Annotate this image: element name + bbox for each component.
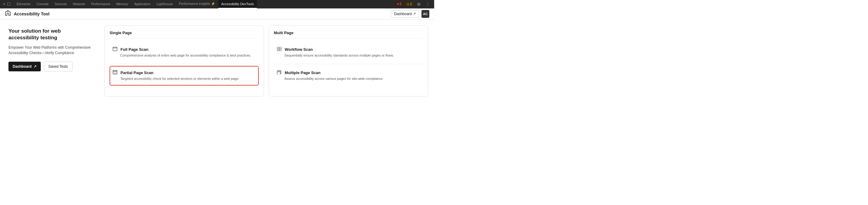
avatar[interactable]: AC — [422, 10, 429, 18]
settings-icon[interactable]: ⚙ — [416, 1, 422, 7]
tab-performance[interactable]: Performance — [88, 0, 113, 8]
full-page-scan-title: Full Page Scan — [121, 47, 148, 52]
svg-rect-9 — [114, 72, 116, 74]
partial-page-scan-desc: Targeted accessibility check for selecte… — [120, 77, 256, 81]
single-page-column: Single Page Full Page Scan Comprehensive — [104, 25, 264, 97]
multiple-page-scan-header: Multiple Page Scan — [277, 70, 420, 75]
tab-elements[interactable]: Elements — [13, 0, 33, 8]
tab-memory[interactable]: Memory — [113, 0, 131, 8]
tab-network[interactable]: Network — [70, 0, 88, 8]
multiple-page-scan-desc: Assess accessibility across various page… — [284, 77, 420, 81]
partial-page-scan-icon — [113, 70, 118, 75]
card-divider-2 — [274, 64, 423, 64]
partial-page-scan-card[interactable]: Partial Page Scan Targeted accessibility… — [110, 66, 259, 85]
tab-application[interactable]: Application — [131, 0, 154, 8]
error-badge[interactable]: ✕ 5 — [395, 2, 403, 6]
partial-page-scan-header: Partial Page Scan — [113, 70, 256, 75]
full-page-scan-header: Full Page Scan — [113, 47, 256, 52]
multi-page-column: Multi Page Workflow Scan Sequentially en… — [269, 25, 428, 97]
tab-bar-left-icons: ⌖ ☐ — [1, 2, 12, 7]
full-page-scan-desc: Comprehensive analysis of entire web pag… — [120, 53, 256, 58]
cursor-icon[interactable]: ⌖ — [3, 2, 5, 7]
hero-description: Empower Your Web Platforms with Comprehe… — [8, 45, 91, 56]
workflow-scan-icon — [277, 47, 282, 52]
workflow-scan-title: Workflow Scan — [285, 47, 313, 52]
multiple-page-scan-title: Multiple Page Scan — [285, 71, 320, 75]
dashboard-header-button[interactable]: Dashboard ↗ — [391, 10, 419, 18]
app-logo-icon — [5, 10, 11, 18]
action-buttons: Dashboard ↗ Saved Tests — [8, 62, 91, 71]
card-divider-1 — [110, 64, 259, 64]
app-title: Accessibility Tool — [14, 11, 50, 16]
cards-area: Single Page Full Page Scan Comprehensive — [100, 19, 434, 103]
left-panel: Your solution for web accessibility test… — [0, 19, 100, 103]
tab-performance-insights[interactable]: Performance insights ⚡ — [176, 0, 218, 8]
svg-rect-1 — [113, 47, 117, 51]
single-page-title: Single Page — [110, 30, 259, 39]
app-header: Accessibility Tool Dashboard ↗ AC — [0, 8, 434, 19]
svg-rect-15 — [277, 71, 280, 74]
dashboard-button[interactable]: Dashboard ↗ — [8, 62, 41, 71]
hero-title: Your solution for web accessibility test… — [8, 28, 91, 41]
app-header-right: Dashboard ↗ AC — [391, 10, 429, 18]
main-content: Your solution for web accessibility test… — [0, 19, 434, 103]
full-page-scan-card[interactable]: Full Page Scan Comprehensive analysis of… — [110, 43, 259, 62]
warning-badge[interactable]: ⚠ 2 — [405, 2, 413, 6]
square-icon[interactable]: ☐ — [7, 2, 10, 6]
svg-rect-11 — [280, 47, 281, 49]
saved-tests-button[interactable]: Saved Tests — [44, 62, 72, 71]
multiple-page-scan-card[interactable]: Multiple Page Scan Assess accessibility … — [274, 66, 423, 85]
app-header-left: Accessibility Tool — [5, 10, 50, 18]
svg-rect-10 — [277, 47, 279, 49]
svg-point-0 — [7, 12, 8, 13]
more-icon[interactable]: ⋮ — [425, 1, 431, 7]
warning-icon: ⚠ — [407, 2, 409, 6]
tab-lighthouse[interactable]: Lighthouse — [153, 0, 176, 8]
full-page-scan-icon — [113, 47, 118, 52]
workflow-scan-header: Workflow Scan — [277, 47, 420, 52]
workflow-scan-desc: Sequentially ensure accessibility standa… — [284, 53, 420, 58]
tab-accessibility-devtools[interactable]: Accessibility DevTools — [218, 0, 257, 8]
partial-page-scan-title: Partial Page Scan — [121, 71, 153, 75]
error-icon: ✕ — [397, 2, 399, 6]
external-link-icon: ↗ — [413, 12, 416, 16]
multi-page-title: Multi Page — [274, 30, 423, 39]
devtools-tab-bar: ⌖ ☐ Elements Console Sources Network Per… — [0, 0, 434, 8]
external-link-icon: ↗ — [33, 65, 36, 69]
tab-bar-right: ✕ 5 ⚠ 2 ⚙ ⋮ — [395, 1, 433, 7]
svg-rect-13 — [280, 49, 281, 51]
tab-console[interactable]: Console — [33, 0, 52, 8]
workflow-scan-card[interactable]: Workflow Scan Sequentially ensure access… — [274, 43, 423, 62]
tab-sources[interactable]: Sources — [52, 0, 70, 8]
multiple-page-scan-icon — [277, 70, 282, 75]
svg-rect-12 — [277, 49, 279, 51]
